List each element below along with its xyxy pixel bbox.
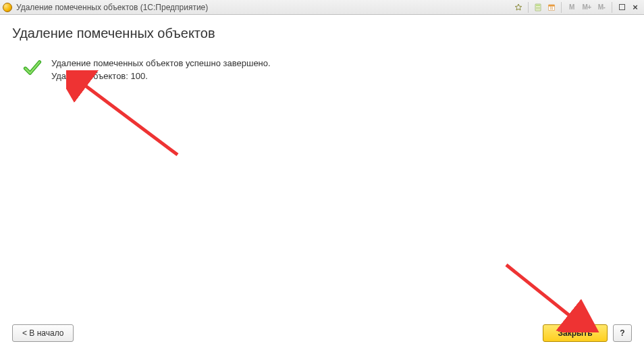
page-title: Удаление помеченных объектов bbox=[12, 26, 632, 41]
svg-point-6 bbox=[537, 8, 538, 9]
svg-point-3 bbox=[537, 7, 538, 7]
titlebar-toolbar: 31 M M+ M- × bbox=[512, 2, 641, 13]
maximize-button[interactable] bbox=[616, 2, 628, 13]
result-line-2: Удалено объектов: 100. bbox=[51, 70, 271, 83]
svg-text:31: 31 bbox=[549, 7, 554, 10]
svg-line-12 bbox=[506, 265, 574, 319]
annotation-arrow-1 bbox=[66, 70, 188, 165]
success-check-icon bbox=[23, 58, 42, 80]
close-button[interactable]: Закрыть bbox=[543, 324, 608, 342]
titlebar: Удаление помеченных объектов (1С:Предпри… bbox=[0, 0, 644, 15]
result-line-1: Удаление помеченных объектов успешно зав… bbox=[51, 57, 271, 70]
content-area: Удаление помеченных объектов Удаление по… bbox=[0, 15, 644, 350]
memory-mplus-button[interactable]: M+ bbox=[580, 2, 593, 13]
svg-point-7 bbox=[539, 8, 539, 9]
close-window-button[interactable]: × bbox=[629, 2, 641, 13]
window-title: Удаление помеченных объектов (1С:Предпри… bbox=[16, 3, 208, 12]
calendar-icon[interactable]: 31 bbox=[545, 2, 558, 13]
result-row: Удаление помеченных объектов успешно зав… bbox=[12, 57, 632, 83]
app-logo-icon bbox=[3, 3, 12, 12]
favorite-icon[interactable] bbox=[512, 2, 525, 13]
help-button[interactable]: ? bbox=[613, 324, 632, 342]
svg-rect-9 bbox=[549, 5, 555, 7]
svg-point-5 bbox=[536, 8, 537, 9]
memory-mminus-button[interactable]: M- bbox=[595, 2, 608, 13]
svg-point-4 bbox=[539, 7, 539, 7]
svg-line-11 bbox=[81, 82, 178, 155]
calculator-icon[interactable] bbox=[532, 2, 544, 13]
result-text: Удаление помеченных объектов успешно зав… bbox=[51, 57, 271, 83]
bottom-button-bar: < В начало Закрыть ? bbox=[12, 319, 632, 342]
svg-rect-1 bbox=[536, 5, 540, 6]
svg-point-2 bbox=[536, 7, 537, 7]
back-button[interactable]: < В начало bbox=[12, 324, 74, 342]
memory-m-button[interactable]: M bbox=[565, 2, 579, 13]
